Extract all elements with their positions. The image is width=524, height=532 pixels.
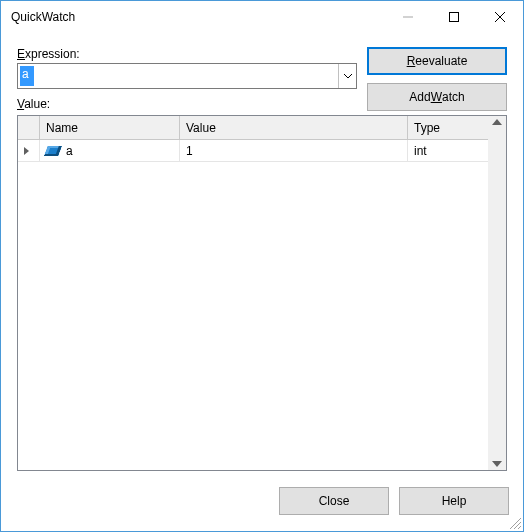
- header-name[interactable]: Name: [40, 116, 180, 140]
- svg-line-5: [514, 522, 521, 529]
- cell-value[interactable]: 1: [180, 140, 408, 161]
- action-buttons: Reevaluate Add Watch: [367, 47, 507, 111]
- cell-type[interactable]: int: [408, 140, 488, 161]
- svg-line-6: [518, 526, 521, 529]
- close-button[interactable]: Close: [279, 487, 389, 515]
- close-window-button[interactable]: [477, 1, 523, 33]
- svg-rect-1: [450, 13, 459, 22]
- expression-label: Expression:: [17, 47, 357, 61]
- add-watch-button[interactable]: Add Watch: [367, 83, 507, 111]
- value-grid: Name Value Type a 1 int: [17, 115, 507, 471]
- vertical-scrollbar[interactable]: [488, 116, 506, 470]
- variable-icon: [44, 146, 62, 156]
- reevaluate-button[interactable]: Reevaluate: [367, 47, 507, 75]
- cell-name-text: a: [66, 144, 73, 158]
- header-value[interactable]: Value: [180, 116, 408, 140]
- grid-header: Name Value Type: [18, 116, 488, 140]
- titlebar: QuickWatch: [1, 1, 523, 33]
- top-row: Expression: a Value: Reevaluate Add Watc…: [17, 47, 507, 113]
- resize-grip-icon[interactable]: [507, 515, 521, 529]
- window-title: QuickWatch: [11, 10, 385, 24]
- minimize-button[interactable]: [385, 1, 431, 33]
- dialog-footer: Close Help: [1, 471, 523, 531]
- expression-combobox[interactable]: a: [17, 63, 357, 89]
- expression-column: Expression: a Value:: [17, 47, 357, 113]
- cell-name[interactable]: a: [40, 140, 180, 161]
- expression-input[interactable]: a: [18, 64, 338, 88]
- expand-icon[interactable]: [24, 147, 29, 155]
- maximize-button[interactable]: [431, 1, 477, 33]
- header-type[interactable]: Type: [408, 116, 488, 140]
- expression-dropdown-button[interactable]: [338, 64, 356, 88]
- table-row[interactable]: a 1 int: [18, 140, 488, 162]
- content-area: Expression: a Value: Reevaluate Add Watc…: [1, 33, 523, 471]
- scroll-up-icon[interactable]: [492, 119, 502, 125]
- grid-body: Name Value Type a 1 int: [18, 116, 488, 470]
- scroll-down-icon[interactable]: [492, 461, 502, 467]
- row-gutter: [18, 140, 40, 161]
- help-button[interactable]: Help: [399, 487, 509, 515]
- header-gutter: [18, 116, 40, 140]
- value-label: Value:: [17, 97, 357, 111]
